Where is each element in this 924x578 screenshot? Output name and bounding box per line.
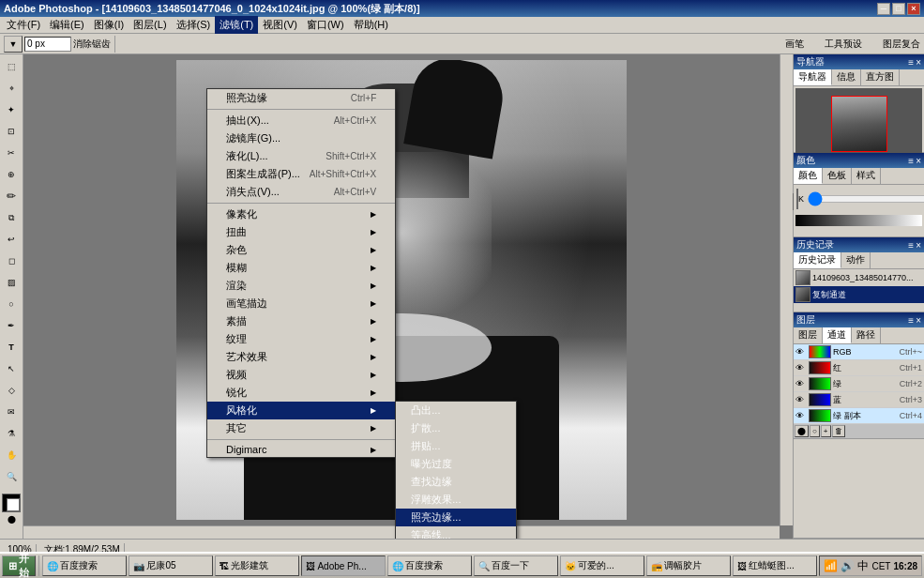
menu-select[interactable]: 选择(S): [172, 16, 216, 34]
filter-other[interactable]: 其它 ▶: [207, 419, 395, 437]
tool-clone[interactable]: ⧉: [1, 207, 22, 228]
filter-render[interactable]: 渲染 ▶: [207, 277, 395, 295]
history-item-0[interactable]: 14109603_13485014770...: [794, 269, 924, 286]
menu-help[interactable]: 帮助(H): [349, 16, 393, 34]
channels-close-icon[interactable]: ×: [916, 315, 921, 326]
history-close-icon[interactable]: ×: [916, 240, 921, 251]
taskbar-app-7[interactable]: 📻调幅胶片: [646, 555, 731, 576]
menu-view[interactable]: 视图(V): [258, 16, 302, 34]
tool-gradient[interactable]: ▨: [1, 272, 22, 293]
channel-green[interactable]: 👁 绿 Ctrl+2: [794, 376, 924, 392]
tool-shape[interactable]: ◇: [1, 380, 22, 401]
foreground-color[interactable]: [2, 494, 21, 512]
background-color[interactable]: [7, 498, 20, 511]
filter-blur[interactable]: 模糊 ▶: [207, 259, 395, 277]
tab-color[interactable]: 颜色: [794, 168, 823, 184]
tool-notes[interactable]: ✉: [1, 402, 22, 422]
tool-history-brush[interactable]: ↩: [1, 229, 22, 250]
tool-zoom[interactable]: 🔍: [1, 466, 22, 487]
color-menu-icon[interactable]: ≡: [908, 156, 914, 166]
menu-window[interactable]: 窗口(W): [302, 16, 349, 34]
tab-paths[interactable]: 路径: [852, 327, 881, 343]
filter-vanish[interactable]: 消失点(V)... Alt+Ctrl+V: [207, 183, 395, 201]
tool-lasso[interactable]: ⌖: [1, 78, 22, 99]
tab-actions[interactable]: 动作: [841, 252, 871, 268]
sub-tiles[interactable]: 拼贴...: [396, 437, 516, 455]
maximize-button[interactable]: □: [892, 3, 905, 15]
menu-file[interactable]: 文件(F): [2, 16, 45, 34]
filter-sketch[interactable]: 素描 ▶: [207, 312, 395, 330]
tool-path-select[interactable]: ↖: [1, 358, 22, 379]
tab-channels[interactable]: 通道: [823, 327, 852, 343]
sub-glowing[interactable]: 照亮边缘...: [396, 509, 516, 526]
menu-layer[interactable]: 图层(L): [129, 16, 171, 34]
channel-save-btn[interactable]: ○: [810, 425, 820, 437]
sub-exposure[interactable]: 曝光过度: [396, 455, 516, 473]
sub-diffuse[interactable]: 扩散...: [396, 419, 516, 437]
filter-pattern[interactable]: 图案生成器(P)... Alt+Shift+Ctrl+X: [207, 165, 395, 183]
taskbar-app-2[interactable]: 🏗光影建筑: [215, 555, 299, 576]
history-menu-icon[interactable]: ≡: [908, 240, 914, 251]
tab-histogram[interactable]: 直方图: [861, 69, 900, 85]
taskbar-app-0[interactable]: 🌐百度搜索: [42, 555, 127, 576]
menu-image[interactable]: 图像(I): [89, 16, 129, 34]
filter-texture[interactable]: 纹理 ▶: [207, 330, 395, 348]
menu-edit[interactable]: 编辑(E): [45, 16, 89, 34]
k-slider[interactable]: [808, 195, 924, 203]
filter-digimarc[interactable]: Digimarc ▶: [207, 442, 395, 457]
filter-sharpen[interactable]: 锐化 ▶: [207, 384, 395, 402]
channel-delete-btn[interactable]: 🗑: [832, 425, 845, 437]
channel-red-eye[interactable]: 👁: [795, 363, 807, 373]
tab-layers[interactable]: 图层: [794, 327, 823, 343]
sub-findedges[interactable]: 查找边缘: [396, 473, 516, 491]
filter-pixelate[interactable]: 像素化 ▶: [207, 205, 395, 223]
color-close-icon[interactable]: ×: [916, 156, 921, 166]
filter-liquefy[interactable]: 液化(L)... Shift+Ctrl+X: [207, 147, 395, 165]
history-item-1[interactable]: 复制通道: [794, 286, 924, 303]
channel-green-eye[interactable]: 👁: [795, 379, 807, 388]
tab-swatches[interactable]: 色板: [823, 168, 852, 184]
tool-slice[interactable]: ✂: [1, 143, 22, 163]
tab-history[interactable]: 历史记录: [794, 252, 841, 268]
channel-green-copy-eye[interactable]: 👁: [795, 411, 807, 420]
channel-blue[interactable]: 👁 蓝 Ctrl+3: [794, 392, 924, 408]
tool-brush[interactable]: ✏: [1, 186, 22, 206]
channel-red[interactable]: 👁 红 Ctrl+1: [794, 360, 924, 376]
filter-video[interactable]: 视频 ▶: [207, 366, 395, 384]
channel-blue-eye[interactable]: 👁: [795, 395, 807, 404]
tool-magic-wand[interactable]: ✦: [1, 99, 22, 120]
filter-noise[interactable]: 杂色 ▶: [207, 241, 395, 259]
taskbar-app-4[interactable]: 🌐百度搜索: [387, 555, 472, 576]
taskbar-app-6[interactable]: 🐱可爱的...: [560, 555, 644, 576]
filter-gallery[interactable]: 滤镜库(G)...: [207, 129, 395, 147]
close-button[interactable]: ×: [907, 3, 920, 15]
tool-hand[interactable]: ✋: [1, 445, 22, 465]
quick-mask[interactable]: ⬤: [8, 515, 16, 524]
tool-eraser[interactable]: ◻: [1, 251, 22, 271]
start-button[interactable]: ⊞ 开始: [2, 555, 36, 576]
sub-embosseffect[interactable]: 浮雕效果...: [396, 491, 516, 509]
tool-select-rect[interactable]: ⬚: [1, 56, 22, 77]
channel-load-btn[interactable]: ⬤: [795, 425, 809, 437]
channel-green-copy[interactable]: 👁 绿 副本 Ctrl+4: [794, 408, 924, 424]
taskbar-app-8[interactable]: 🖼红蜻蜓图...: [733, 555, 817, 576]
channel-rgb[interactable]: 👁 RGB Ctrl+~: [794, 344, 924, 360]
filter-stylize[interactable]: 风格化 ▶ 凸出... 扩散... 拼贴...: [207, 402, 395, 419]
taskbar-app-1[interactable]: 📷尼康05: [129, 555, 213, 576]
tab-info[interactable]: 信息: [832, 69, 861, 85]
filter-brushstroke[interactable]: 画笔描边 ▶: [207, 295, 395, 312]
sub-contour[interactable]: 等高线...: [396, 526, 516, 539]
panel-header-close[interactable]: ×: [916, 57, 921, 68]
feather-input[interactable]: [24, 37, 71, 52]
taskbar-app-3[interactable]: 🖼Adobe Ph...: [301, 555, 386, 576]
filter-item-last[interactable]: 照亮边缘 Ctrl+F: [207, 89, 395, 107]
panel-header-menu[interactable]: ≡: [908, 57, 914, 68]
tool-heal[interactable]: ⊕: [1, 164, 22, 185]
filter-extract[interactable]: 抽出(X)... Alt+Ctrl+X: [207, 112, 395, 129]
channels-menu-icon[interactable]: ≡: [908, 315, 914, 326]
tool-dodge[interactable]: ○: [1, 294, 22, 314]
tool-eyedropper[interactable]: ⚗: [1, 423, 22, 444]
channel-new-btn[interactable]: +: [821, 425, 831, 437]
tab-styles[interactable]: 样式: [852, 168, 881, 184]
filter-artistic[interactable]: 艺术效果 ▶: [207, 348, 395, 366]
